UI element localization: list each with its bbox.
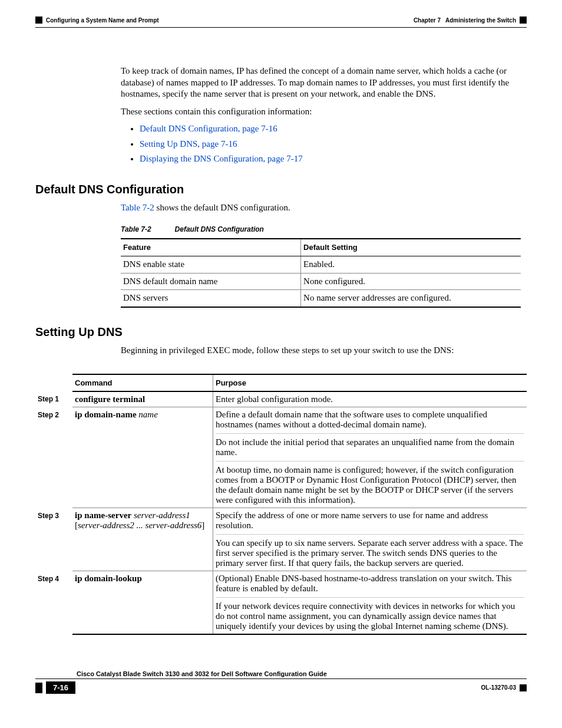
table-header: Default Setting: [301, 239, 521, 256]
footer-marker-icon: [35, 683, 42, 693]
step-label: Step 1: [35, 391, 72, 407]
step-label: Step 3: [35, 508, 72, 571]
header-marker-icon: [520, 17, 527, 24]
default-dns-table: Feature Default Setting DNS enable state…: [121, 238, 521, 308]
page-number: 7-16: [46, 681, 75, 694]
header-chapter: Chapter 7 Administering the Switch: [414, 17, 516, 24]
step-label: Step 4: [35, 571, 72, 635]
link[interactable]: Displaying the DNS Configuration, page 7…: [140, 154, 303, 163]
command-cell: ip domain-lookup: [72, 571, 213, 635]
intro-paragraph: To keep track of domain names, IP has de…: [121, 65, 521, 100]
table-row: Step 3 ip name-server server-address1 [s…: [35, 508, 527, 571]
table-row: Step 4 ip domain-lookup (Optional) Enabl…: [35, 571, 527, 635]
table-header: Command: [72, 374, 213, 391]
command-cell: configure terminal: [72, 391, 213, 407]
command-cell: ip domain-name name: [72, 407, 213, 508]
table-caption: Table 7-2Default DNS Configuration: [121, 225, 521, 235]
section-heading-setting-up-dns: Setting Up DNS: [35, 325, 527, 339]
toc-link-item: Setting Up DNS, page 7-16: [140, 139, 521, 150]
link[interactable]: Setting Up DNS, page 7-16: [140, 139, 237, 149]
steps-table: Command Purpose Step 1 configure termina…: [35, 374, 527, 635]
section-lead: Table 7-2 shows the default DNS configur…: [121, 202, 521, 214]
toc-link-item: Displaying the DNS Configuration, page 7…: [140, 153, 521, 165]
link[interactable]: Table 7-2: [121, 203, 154, 212]
intro-block: To keep track of domain names, IP has de…: [121, 65, 521, 165]
section-lead: Beginning in privileged EXEC mode, follo…: [121, 345, 521, 357]
toc-link-item: Default DNS Configuration, page 7-16: [140, 123, 521, 135]
header-marker-icon: [35, 17, 42, 24]
table-row: DNS default domain name None configured.: [121, 273, 521, 290]
table-header: Purpose: [213, 374, 527, 391]
table-row: DNS servers No name server addresses are…: [121, 290, 521, 307]
header-section-title: Configuring a System Name and Prompt: [46, 17, 159, 24]
purpose-cell: Enter global configuration mode.: [213, 391, 527, 407]
footer-docnum: OL-13270-03: [481, 684, 516, 691]
link[interactable]: Default DNS Configuration, page 7-16: [140, 124, 277, 133]
footer-guide-title: Cisco Catalyst Blade Switch 3130 and 303…: [77, 670, 527, 678]
table-row: DNS enable state Enabled.: [121, 256, 521, 274]
footer-marker-icon: [520, 684, 527, 691]
table-row: Step 2 ip domain-name name Define a defa…: [35, 407, 527, 508]
page-header: Configuring a System Name and Prompt Cha…: [35, 17, 527, 26]
page-footer: Cisco Catalyst Blade Switch 3130 and 303…: [35, 670, 527, 694]
table-row: Step 1 configure terminal Enter global c…: [35, 391, 527, 407]
purpose-cell: (Optional) Enable DNS-based hostname-to-…: [213, 571, 527, 635]
table-header: Feature: [121, 239, 301, 256]
intro-paragraph: These sections contain this configuratio…: [121, 106, 521, 118]
purpose-cell: Define a default domain name that the so…: [213, 407, 527, 508]
section-heading-default-dns: Default DNS Configuration: [35, 183, 527, 196]
command-cell: ip name-server server-address1 [server-a…: [72, 508, 213, 571]
purpose-cell: Specify the address of one or more name …: [213, 508, 527, 571]
step-label: Step 2: [35, 407, 72, 508]
